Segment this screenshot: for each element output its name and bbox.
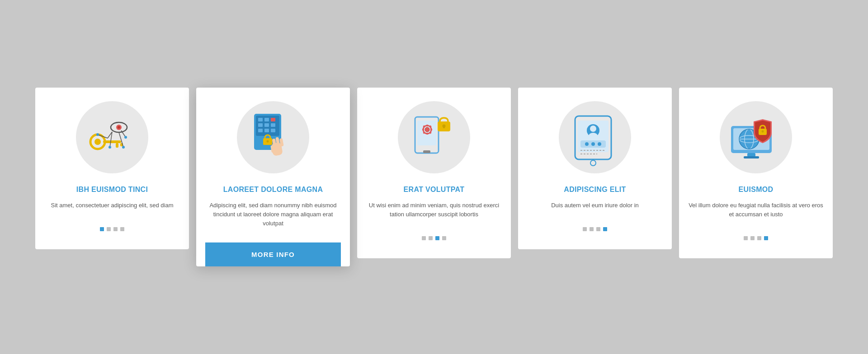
card-4-text: Duis autem vel eum iriure dolor in <box>551 201 639 210</box>
dot-4 <box>120 227 124 231</box>
dot-3 <box>596 227 600 231</box>
cards-container: IBH EUISMOD TINCI Sit amet, consectetuer… <box>14 88 854 266</box>
svg-rect-24 <box>271 123 275 127</box>
svg-rect-71 <box>744 156 759 158</box>
card-5-text: Vel illum dolore eu feugiat nulla facili… <box>688 201 824 219</box>
card-1: IBH EUISMOD TINCI Sit amet, consectetuer… <box>35 88 189 249</box>
card-5-title: EUISMOD <box>739 185 774 195</box>
key-eye-icon <box>85 115 139 160</box>
svg-rect-26 <box>264 129 269 132</box>
svg-point-37 <box>425 127 429 132</box>
card-5-dots <box>744 229 768 247</box>
card-3-title: ERAT VOLUTPAT <box>404 185 465 195</box>
card-3-icon-circle <box>398 101 470 173</box>
svg-rect-20 <box>264 118 269 121</box>
svg-point-73 <box>762 130 764 132</box>
svg-rect-41 <box>422 129 424 130</box>
card-1-text: Sit amet, consectetuer adipiscing elit, … <box>51 201 174 210</box>
svg-rect-6 <box>116 143 118 148</box>
card-5-icon-circle <box>720 101 792 173</box>
svg-rect-50 <box>443 126 445 128</box>
card-1-title: IBH EUISMOD TINCI <box>76 185 148 195</box>
svg-rect-39 <box>426 125 428 126</box>
svg-point-14 <box>108 146 111 149</box>
dot-4 <box>764 236 768 240</box>
card-4: ADIPISCING ELIT Duis autem vel eum iriur… <box>518 88 672 249</box>
svg-rect-22 <box>258 123 263 127</box>
dot-4 <box>603 227 607 231</box>
svg-point-58 <box>591 142 595 146</box>
dot-2 <box>429 236 433 240</box>
svg-point-10 <box>96 133 99 136</box>
card-4-title: ADIPISCING ELIT <box>564 185 626 195</box>
svg-rect-23 <box>264 123 269 127</box>
svg-point-59 <box>598 142 601 146</box>
svg-rect-19 <box>258 118 263 121</box>
card-2-text: Adipiscing elit, sed diam nonummy nibh e… <box>205 201 341 228</box>
card-3-dots <box>422 229 446 247</box>
svg-rect-40 <box>426 133 428 135</box>
dot-4 <box>442 236 446 240</box>
card-1-icon-circle <box>76 101 148 173</box>
dot-3 <box>435 236 439 240</box>
card-2-icon-circle <box>237 101 309 173</box>
dot-1 <box>583 227 587 231</box>
dot-3 <box>113 227 118 231</box>
dot-1 <box>744 236 748 240</box>
card-1-dots <box>100 220 124 238</box>
svg-rect-5 <box>103 140 121 143</box>
more-info-button[interactable]: MORE INFO <box>205 242 341 266</box>
dot-1 <box>100 227 104 231</box>
dot-3 <box>757 236 761 240</box>
svg-point-12 <box>124 136 127 139</box>
svg-point-62 <box>590 160 596 166</box>
svg-rect-47 <box>423 150 430 153</box>
keypad-hand-icon <box>246 110 300 164</box>
svg-rect-70 <box>747 153 755 157</box>
svg-rect-42 <box>430 129 432 130</box>
svg-point-55 <box>589 133 598 139</box>
globe-shield-icon <box>726 112 785 162</box>
svg-point-16 <box>122 146 125 149</box>
settings-lock-icon <box>407 112 461 162</box>
dot-2 <box>750 236 755 240</box>
dot-2 <box>107 227 111 231</box>
svg-point-29 <box>267 140 269 142</box>
card-3-text: Ut wisi enim ad minim veniam, quis nostr… <box>366 201 502 219</box>
card-3: ERAT VOLUTPAT Ut wisi enim ad minim veni… <box>357 88 511 258</box>
profile-tablet-icon <box>568 112 622 162</box>
svg-point-54 <box>590 126 596 132</box>
card-2: LAOREET DOLORE MAGNA Adipiscing elit, se… <box>196 88 350 266</box>
svg-rect-27 <box>271 129 275 132</box>
card-2-title: LAOREET DOLORE MAGNA <box>223 185 323 195</box>
dot-1 <box>422 236 426 240</box>
card-5: EUISMOD Vel illum dolore eu feugiat null… <box>679 88 833 258</box>
dot-2 <box>590 227 594 231</box>
svg-point-4 <box>94 139 101 145</box>
svg-rect-21 <box>271 118 275 121</box>
svg-point-57 <box>585 142 589 146</box>
card-4-icon-circle <box>559 101 631 173</box>
svg-point-2 <box>118 126 120 129</box>
card-4-dots <box>583 220 607 238</box>
svg-rect-25 <box>258 129 263 132</box>
